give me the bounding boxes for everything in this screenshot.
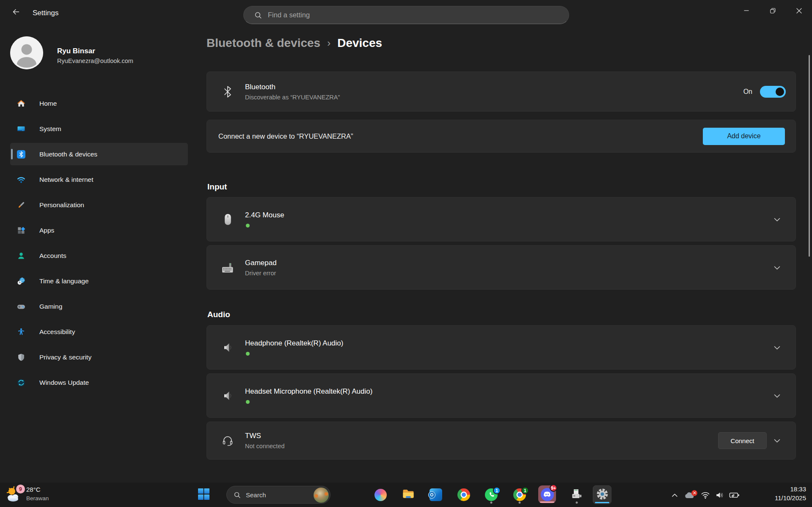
chevron-down-icon[interactable] <box>774 437 780 444</box>
scrollbar[interactable] <box>809 55 810 257</box>
taskbar-clock[interactable]: 18:33 11/10/2025 <box>775 485 806 502</box>
gaming-icon <box>17 302 25 311</box>
taskbar-chrome[interactable] <box>454 485 473 504</box>
taskbar-search[interactable]: Search <box>226 486 330 504</box>
search-highlight-image[interactable] <box>314 488 329 503</box>
restore-icon <box>770 8 776 14</box>
accounts-icon <box>17 252 25 260</box>
taskbar-discord[interactable]: 9+ <box>538 485 556 503</box>
avatar[interactable] <box>10 36 43 69</box>
battery-eco-icon[interactable] <box>727 491 742 499</box>
taskbar-outlook[interactable]: O <box>427 485 445 504</box>
file-explorer-icon <box>402 488 415 502</box>
sidebar-item-gaming[interactable]: Gaming <box>10 295 188 318</box>
bluetooth-card: Bluetooth Discoverable as “RYUEVANEZRA” … <box>206 71 796 112</box>
volume-icon[interactable] <box>713 491 727 499</box>
minimize-button[interactable] <box>733 0 760 21</box>
user-name: Ryu Binsar <box>57 47 95 55</box>
main-content: Bluetooth & devices › Devices Bluetooth … <box>206 25 812 482</box>
taskbar-chrome-profile[interactable]: 1 <box>510 485 529 504</box>
sidebar-item-apps[interactable]: Apps <box>10 219 188 241</box>
onedrive-error-icon[interactable] <box>680 491 698 499</box>
clock-time: 18:33 <box>775 485 806 493</box>
settings-search-box[interactable] <box>243 6 569 24</box>
sidebar-item-network-internet[interactable]: Network & internet <box>10 168 188 191</box>
breadcrumb-separator: › <box>327 37 330 49</box>
chevron-down-icon[interactable] <box>774 344 780 351</box>
taskbar-copilot[interactable] <box>371 485 390 504</box>
home-icon <box>17 99 25 108</box>
connected-status-dot <box>246 400 250 404</box>
gear-icon <box>597 488 608 502</box>
device-card-mouse[interactable]: 2.4G Mouse <box>206 197 796 241</box>
start-button[interactable] <box>194 485 213 504</box>
connect-device-card: Connect a new device to “RYUEVANEZRA” Ad… <box>206 120 796 153</box>
personalization-icon <box>17 201 25 209</box>
window-controls <box>733 0 812 21</box>
search-icon <box>254 11 262 19</box>
chrome-profile-badge: 1 <box>521 487 529 494</box>
sidebar-item-accessibility[interactable]: Accessibility <box>10 321 188 343</box>
toggle-state-label: On <box>743 88 752 96</box>
running-indicator <box>519 502 521 504</box>
device-name: Headphone (Realtek(R) Audio) <box>245 339 343 348</box>
device-card-gamepad[interactable]: Gamepad Driver error <box>206 245 796 290</box>
sidebar-item-privacy-security[interactable]: Privacy & security <box>10 346 188 368</box>
sidebar: Ryu Binsar RyuEvanezra@outlook.com Home … <box>0 25 206 482</box>
robot-app-icon <box>571 488 583 502</box>
device-name: TWS <box>245 432 285 440</box>
device-name: Headset Microphone (Realtek(R) Audio) <box>245 387 372 396</box>
taskbar-search-label: Search <box>246 491 266 499</box>
bluetooth-title: Bluetooth <box>245 83 340 91</box>
windows-logo-icon <box>198 488 209 502</box>
apps-icon <box>17 226 25 235</box>
sidebar-item-windows-update[interactable]: Windows Update <box>10 371 188 394</box>
device-card-headset-mic[interactable]: Headset Microphone (Realtek(R) Audio) <box>206 373 796 418</box>
sidebar-item-accounts[interactable]: Accounts <box>10 244 188 267</box>
device-card-headphone[interactable]: Headphone (Realtek(R) Audio) <box>206 325 796 370</box>
sidebar-item-home[interactable]: Home <box>10 92 188 115</box>
sidebar-item-time-language[interactable]: Time & language <box>10 270 188 292</box>
taskbar-file-explorer[interactable] <box>399 485 418 504</box>
settings-search-input[interactable] <box>268 11 569 19</box>
sidebar-item-bluetooth-devices[interactable]: Bluetooth & devices <box>10 143 188 165</box>
sidebar-item-system[interactable]: System <box>10 118 188 140</box>
taskbar-settings[interactable] <box>593 485 611 504</box>
close-button[interactable] <box>786 0 812 21</box>
device-card-tws[interactable]: TWS Not connected Connect <box>206 422 796 460</box>
back-arrow-icon <box>12 8 20 18</box>
chevron-down-icon[interactable] <box>774 392 780 400</box>
active-indicator <box>595 502 609 504</box>
sidebar-item-personalization[interactable]: Personalization <box>10 194 188 216</box>
taskbar: 9 28°C Berawan Search O 1 <box>0 482 812 507</box>
close-icon <box>796 8 802 14</box>
time-language-icon <box>17 277 25 285</box>
toggle-knob <box>776 88 784 96</box>
breadcrumb: Bluetooth & devices › Devices <box>206 36 382 50</box>
chevron-down-icon[interactable] <box>774 264 780 271</box>
network-icon <box>17 175 25 184</box>
weather-temperature: 28°C <box>26 486 49 493</box>
tray-chevron-up-icon[interactable] <box>669 493 680 497</box>
copilot-icon <box>374 489 387 501</box>
accessibility-icon <box>17 328 25 336</box>
wifi-icon[interactable] <box>698 491 713 499</box>
breadcrumb-parent[interactable]: Bluetooth & devices <box>206 36 320 50</box>
device-status: Not connected <box>245 443 285 449</box>
bluetooth-toggle[interactable] <box>760 86 786 98</box>
chevron-down-icon[interactable] <box>774 216 780 223</box>
back-button[interactable] <box>8 6 24 19</box>
taskbar-app-robot[interactable] <box>567 485 586 504</box>
device-status: Driver error <box>245 270 277 277</box>
connect-button[interactable]: Connect <box>718 432 767 449</box>
whatsapp-icon: 1 <box>485 488 498 501</box>
maximize-restore-button[interactable] <box>760 0 786 21</box>
add-device-button[interactable]: Add device <box>703 128 785 145</box>
weather-widget[interactable]: 9 28°C Berawan <box>5 485 49 503</box>
outlook-icon: O <box>429 488 442 501</box>
minimize-icon <box>744 8 749 13</box>
user-email: RyuEvanezra@outlook.com <box>57 58 133 64</box>
taskbar-whatsapp[interactable]: 1 <box>482 485 501 504</box>
bluetooth-icon <box>17 150 25 159</box>
weather-alert-badge: 9 <box>16 485 25 493</box>
